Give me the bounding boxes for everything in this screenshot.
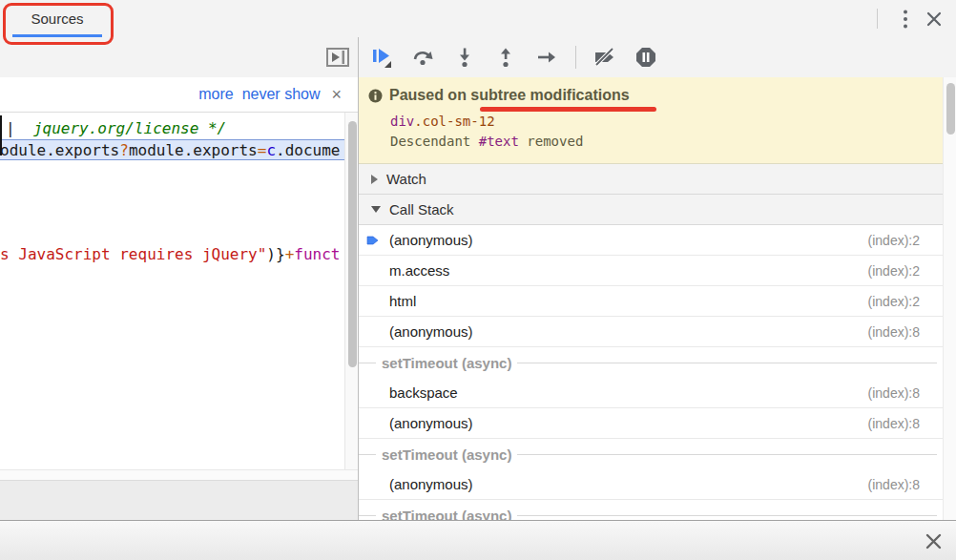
- close-icon: [926, 11, 942, 27]
- current-frame-arrow-icon: [366, 235, 379, 246]
- step-out-icon: [496, 47, 515, 68]
- tab-sources[interactable]: Sources: [12, 0, 102, 37]
- async-rule: [517, 363, 937, 363]
- async-rule: [359, 454, 376, 455]
- section-call-stack[interactable]: Call Stack: [359, 195, 943, 225]
- frame-function-name: (anonymous): [389, 323, 473, 340]
- frame-location: (index):2: [868, 294, 920, 309]
- clipped-code-glyph: [0, 115, 2, 156]
- call-stack-section-label: Call Stack: [389, 201, 454, 218]
- paused-detail: Descendant #text removed: [390, 134, 583, 149]
- code-line[interactable]: s JavaScript requires jQuery")}+funct: [0, 244, 340, 265]
- call-stack-list: (anonymous)(index):2m.access(index):2htm…: [359, 225, 943, 520]
- code-token-plain: |: [6, 119, 15, 137]
- frame-function-name: (anonymous): [389, 415, 473, 431]
- frame-function-name: (anonymous): [389, 232, 473, 248]
- async-rule: [359, 363, 376, 363]
- async-rule: [359, 515, 376, 516]
- frame-location: (index):8: [868, 324, 920, 340]
- source-mapping-infobar: more never show ×: [0, 77, 358, 113]
- sidebar-vertical-scrollbar[interactable]: [943, 77, 956, 520]
- infobar-dismiss-button[interactable]: ×: [331, 85, 342, 105]
- code-token-plain: module.exports: [129, 141, 258, 159]
- code-token-string: s JavaScript requires jQuery": [0, 245, 266, 263]
- frame-function-name: (anonymous): [389, 476, 473, 492]
- async-separator: setTimeout (async): [359, 500, 943, 520]
- step-out-button[interactable]: [493, 45, 518, 70]
- code-token-variable: c: [266, 141, 276, 159]
- watch-section-label: Watch: [386, 171, 426, 187]
- step-into-icon: [455, 47, 474, 68]
- code-token-operator: =: [258, 141, 267, 159]
- call-stack-frame[interactable]: html(index):2: [359, 286, 943, 317]
- call-stack-frame[interactable]: backspace(index):8: [359, 378, 943, 408]
- call-stack-frame[interactable]: (anonymous)(index):2: [359, 225, 943, 256]
- drawer-close-button[interactable]: [923, 530, 944, 551]
- paused-title: Paused on subtree modifications: [389, 87, 630, 104]
- drawer-bar: [0, 520, 956, 560]
- async-label: setTimeout (async): [382, 446, 511, 463]
- section-watch[interactable]: Watch: [359, 164, 943, 195]
- devtools-close-button[interactable]: [920, 5, 948, 33]
- chevron-down-icon: [371, 206, 381, 213]
- code-token-plain: )}: [266, 245, 284, 263]
- paused-message: Paused on subtree modifications div.col-…: [359, 77, 943, 164]
- call-stack-frame[interactable]: (anonymous)(index):8: [359, 317, 943, 347]
- resume-button[interactable]: [370, 45, 395, 70]
- frame-location: (index):8: [868, 416, 920, 431]
- call-stack-frame[interactable]: m.access(index):2: [359, 256, 943, 286]
- editor-horizontal-scrollbar[interactable]: [0, 469, 358, 480]
- devtools-tabbar: Sources: [0, 0, 956, 38]
- async-rule: [517, 515, 937, 516]
- frame-function-name: m.access: [389, 262, 449, 279]
- tabbar-actions: [877, 0, 956, 37]
- code-token-plain: odule.exports: [0, 141, 119, 159]
- devtools-menu-button[interactable]: [891, 5, 920, 33]
- step-button[interactable]: [534, 45, 559, 70]
- frame-location: (index):8: [868, 385, 920, 401]
- paused-node: div.col-sm-12: [390, 114, 495, 129]
- frame-function-name: backspace: [389, 384, 458, 401]
- code-token-operator: +: [285, 245, 295, 263]
- code-editor[interactable]: s JavaScript requires jQuery")}+functodu…: [0, 113, 358, 469]
- editor-vertical-scrollbar[interactable]: [344, 113, 358, 469]
- pause-on-exceptions-button[interactable]: [634, 45, 658, 70]
- code-token-keyword: funct: [294, 245, 340, 263]
- frame-location: (index):2: [868, 263, 920, 279]
- paused-reason: subtree modifications: [470, 87, 629, 103]
- paused-prefix: Paused on: [389, 87, 470, 103]
- execution-line[interactable]: odule.exports?module.exports=c.docume: [0, 139, 344, 160]
- async-label: setTimeout (async): [382, 355, 511, 371]
- node-tag: div: [390, 114, 414, 129]
- editor-scrollbar-thumb[interactable]: [348, 121, 357, 367]
- kebab-menu-icon: [904, 10, 907, 29]
- tab-sources-label: Sources: [31, 10, 83, 27]
- infobar-more-link[interactable]: more: [198, 86, 233, 103]
- infobar-never-show-link[interactable]: never show: [242, 86, 321, 103]
- step-into-button[interactable]: [452, 45, 477, 70]
- sources-toolbar: [0, 37, 956, 78]
- deactivate-breakpoints-icon: [593, 48, 616, 67]
- resume-icon: [370, 45, 395, 70]
- code-token-operator: ?: [119, 141, 129, 159]
- detail-post: removed: [519, 134, 583, 149]
- debugger-toolbar: [370, 37, 658, 77]
- chevron-right-icon: [371, 175, 378, 184]
- call-stack-frame[interactable]: (anonymous)(index):8: [359, 469, 943, 500]
- drawer-close-icon: [925, 533, 942, 550]
- step-icon: [536, 48, 557, 67]
- call-stack-frame[interactable]: (anonymous)(index):8: [359, 408, 943, 439]
- editor-footer-area: [0, 480, 358, 520]
- detail-pre: Descendant: [390, 134, 479, 149]
- async-separator: setTimeout (async): [359, 347, 943, 378]
- node-class: .col-sm-12: [414, 114, 494, 129]
- detail-node: #text: [479, 134, 519, 149]
- code-token-comment: jquery.org/license */: [15, 119, 227, 137]
- step-over-button[interactable]: [411, 45, 436, 70]
- deactivate-breakpoints-button[interactable]: [592, 45, 617, 70]
- code-line[interactable]: | jquery.org/license */: [6, 118, 226, 139]
- navigator-toggle-button[interactable]: [325, 47, 350, 68]
- annotation-underline-paused-reason: [480, 107, 656, 112]
- debugger-sidebar: Paused on subtree modifications div.col-…: [359, 77, 956, 520]
- sidebar-scrollbar-thumb[interactable]: [946, 83, 955, 135]
